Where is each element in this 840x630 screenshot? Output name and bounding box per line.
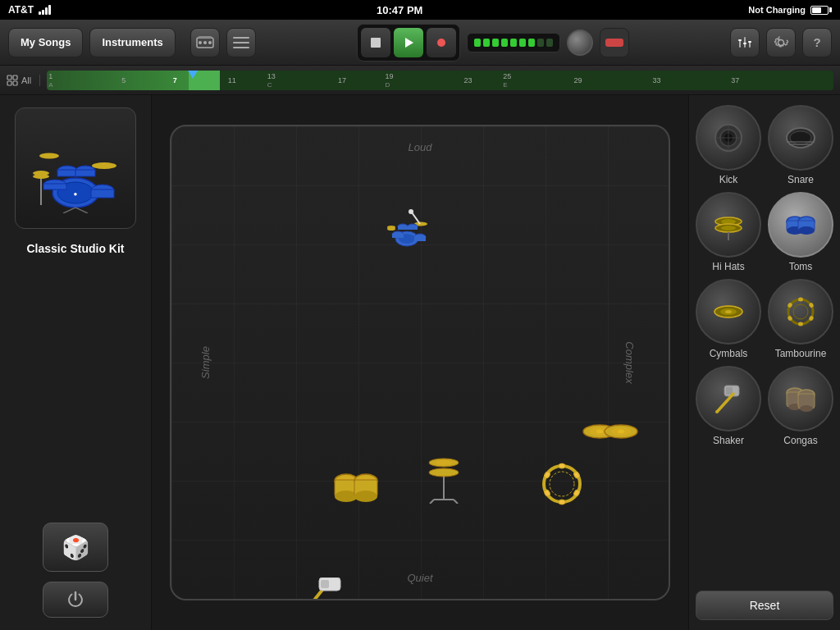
tambourine-element[interactable]: [541, 463, 583, 505]
axis-complex-label: Complex: [623, 341, 636, 383]
svg-point-10: [437, 39, 445, 47]
svg-rect-4: [199, 36, 212, 38]
drum-machine-icon[interactable]: [190, 28, 220, 57]
drum-set-element[interactable]: [385, 204, 430, 249]
svg-point-112: [793, 304, 808, 319]
svg-rect-47: [398, 226, 408, 230]
right-panel: Kick Snare: [688, 95, 840, 630]
svg-rect-8: [371, 38, 381, 48]
hihats-label: Hi Hats: [712, 261, 744, 272]
time-display: 10:47 PM: [377, 4, 422, 16]
mallet-element[interactable]: [294, 578, 342, 600]
list-icon[interactable]: [226, 28, 256, 57]
left-panel: ●: [0, 95, 152, 630]
battery-icon: [810, 6, 832, 15]
toms-pad-button[interactable]: [768, 192, 833, 258]
mixer-button[interactable]: [730, 28, 760, 57]
svg-line-37: [63, 208, 75, 213]
svg-point-111: [788, 299, 813, 324]
timeline-bar[interactable]: 1A 5 7 11 13C 17 19D 23 25E 29 33 37: [47, 66, 833, 94]
bongo-icon: [331, 469, 381, 509]
center-panel: Loud Quiet Simple Complex: [152, 95, 688, 630]
meter-dot-6: [519, 39, 526, 47]
svg-point-55: [550, 472, 574, 496]
shaker-pad-button[interactable]: [696, 366, 761, 431]
settings-button[interactable]: [766, 28, 796, 57]
tambourine-pad-button[interactable]: [768, 279, 833, 345]
main-layout: ●: [0, 95, 840, 630]
cymbals-icon: [582, 413, 639, 454]
instruments-button[interactable]: Instruments: [89, 28, 175, 57]
hihats-pad-button[interactable]: [696, 192, 761, 258]
shaker-pad[interactable]: Shaker: [696, 366, 761, 446]
cymbals-label: Cymbals: [710, 348, 748, 359]
cymbals-pad-icon: [711, 294, 746, 329]
status-left: AT&T: [8, 4, 51, 16]
help-button[interactable]: ?: [802, 28, 832, 57]
transport-controls: [357, 24, 460, 62]
timeline: All 1A 5 7 11 13C 17 19D 23 25E 29 33 37: [0, 66, 840, 95]
my-songs-button[interactable]: My Songs: [8, 28, 83, 57]
fx-indicator: [600, 28, 629, 57]
drummer-grid[interactable]: Loud Quiet Simple Complex: [170, 125, 670, 600]
battery-status: Not Charging: [748, 5, 806, 15]
hihat-element[interactable]: [426, 454, 462, 504]
kick-pad[interactable]: Kick: [696, 105, 761, 185]
svg-point-92: [790, 131, 811, 144]
svg-point-2: [203, 41, 207, 44]
mallet-icon: [294, 578, 342, 600]
kick-icon: [711, 121, 746, 155]
svg-point-30: [39, 153, 59, 159]
svg-point-122: [715, 410, 719, 413]
all-label: All: [21, 75, 31, 85]
tambourine-pad[interactable]: Tambourine: [768, 279, 833, 359]
meter-dot-3: [492, 39, 499, 47]
cymbals-pad-button[interactable]: [696, 279, 761, 345]
congas-pad[interactable]: Congas: [768, 366, 833, 446]
hihats-pad[interactable]: Hi Hats: [696, 192, 761, 272]
svg-rect-20: [13, 81, 17, 85]
svg-point-79: [596, 430, 603, 434]
randomize-button[interactable]: 🎲: [43, 523, 108, 572]
svg-point-71: [436, 460, 452, 465]
bongo-element[interactable]: [331, 469, 381, 509]
cymbals-pad[interactable]: Cymbals: [696, 279, 761, 359]
congas-icon: [783, 381, 818, 416]
meter-dot-7: [528, 39, 535, 47]
svg-rect-16: [748, 41, 751, 43]
play-button[interactable]: [394, 28, 423, 57]
svg-rect-36: [91, 189, 114, 198]
status-bar: AT&T 10:47 PM Not Charging: [0, 0, 840, 20]
reset-button[interactable]: Reset: [696, 591, 833, 620]
toms-label: Toms: [789, 261, 813, 272]
cymbals-element[interactable]: [582, 413, 639, 454]
power-button[interactable]: [43, 582, 108, 618]
svg-point-56: [559, 463, 565, 468]
drum-set-icon: [385, 204, 430, 249]
svg-rect-49: [408, 226, 418, 230]
snare-pad-button[interactable]: [768, 105, 833, 171]
svg-rect-25: [43, 184, 66, 189]
level-meter: [467, 33, 560, 52]
stop-button[interactable]: [361, 28, 390, 57]
shaker-icon: [711, 381, 746, 416]
volume-knob[interactable]: [567, 30, 593, 56]
kick-pad-button[interactable]: [696, 105, 761, 171]
svg-point-3: [208, 41, 212, 44]
toms-pad[interactable]: Toms: [768, 192, 833, 272]
svg-point-116: [798, 322, 803, 326]
svg-rect-120: [726, 387, 733, 395]
record-button[interactable]: [427, 28, 456, 57]
svg-line-76: [454, 500, 458, 504]
svg-point-44: [387, 226, 395, 229]
congas-pad-button[interactable]: [768, 366, 833, 431]
hihats-icon: [711, 208, 746, 242]
snare-pad[interactable]: Snare: [768, 105, 833, 185]
svg-text:●: ●: [74, 190, 78, 198]
svg-rect-42: [392, 234, 404, 238]
kit-name-label: Classic Studio Kit: [26, 242, 124, 255]
svg-line-38: [75, 208, 88, 213]
svg-rect-14: [738, 39, 742, 41]
tambourine-label: Tambourine: [775, 348, 827, 359]
svg-rect-6: [233, 42, 249, 43]
